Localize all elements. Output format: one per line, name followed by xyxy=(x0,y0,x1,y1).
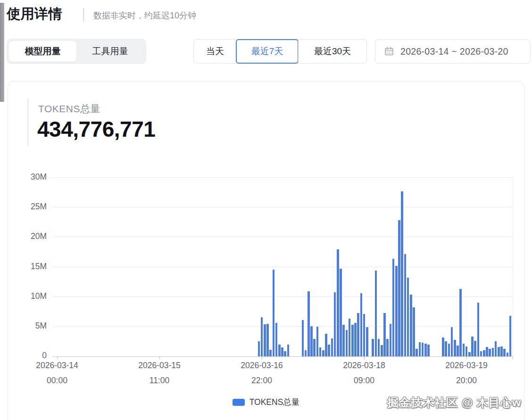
watermark-text: 掘金技术社区 @ 木目心w xyxy=(387,395,521,410)
data-delay-note: 数据非实时，约延迟10分钟 xyxy=(93,10,196,21)
date-range-value: 2026-03-14 ~ 2026-03-20 xyxy=(400,46,508,57)
legend-label: TOKENS总量 xyxy=(249,396,300,408)
usage-bar xyxy=(459,289,462,356)
x-tick-mark xyxy=(57,356,58,359)
usage-bar xyxy=(442,338,444,356)
tokens-total-label: TOKENS总量 xyxy=(38,102,100,115)
usage-bar xyxy=(264,324,266,356)
range-button-last-7-days-label: 最近7天 xyxy=(251,45,283,58)
page-title: 使用详情 xyxy=(7,5,62,24)
usage-bar xyxy=(466,346,468,356)
y-gridline xyxy=(52,177,513,178)
usage-bar xyxy=(354,323,357,356)
x-tick-mark xyxy=(364,356,365,359)
y-gridline xyxy=(52,267,513,267)
usage-bar xyxy=(419,342,421,356)
usage-bar xyxy=(310,326,313,356)
usage-bar xyxy=(471,337,474,356)
usage-bar xyxy=(360,293,363,356)
range-button-last-7-days[interactable]: 最近7天 xyxy=(236,40,298,63)
usage-bar xyxy=(495,341,497,356)
usage-bar xyxy=(258,341,260,356)
tab-tool-usage-label: 工具用量 xyxy=(92,45,128,58)
usage-bar xyxy=(273,270,275,356)
usage-bar xyxy=(316,327,319,356)
legend-item-tokens[interactable]: TOKENS总量 xyxy=(233,396,300,408)
usage-bar xyxy=(302,320,304,356)
usage-bar xyxy=(398,220,400,356)
usage-bar xyxy=(342,325,345,356)
usage-bar xyxy=(346,330,348,356)
usage-bar xyxy=(395,266,398,356)
usage-bar xyxy=(416,349,418,356)
range-button-last-30-days[interactable]: 最近30天 xyxy=(298,40,366,63)
x-tick-label: 2026-03-1920:00 xyxy=(426,361,507,386)
calendar-icon xyxy=(384,46,394,57)
x-tick-label: 2026-03-1809:00 xyxy=(324,361,404,386)
y-tick-label: 10M xyxy=(9,291,47,301)
usage-bar xyxy=(427,345,430,356)
usage-bar xyxy=(378,339,380,356)
usage-bar xyxy=(269,350,272,356)
usage-bar xyxy=(474,341,476,356)
usage-bar xyxy=(507,353,509,356)
usage-bar xyxy=(424,344,427,356)
x-tick-mark xyxy=(262,356,262,359)
usage-bar xyxy=(266,324,269,356)
usage-bar xyxy=(381,345,383,356)
usage-bar xyxy=(375,271,377,356)
usage-bar xyxy=(278,345,281,356)
usage-details-page: 使用详情 数据非实时，约延迟10分钟 模型用量 工具用量 当天 最近7天 最近3… xyxy=(0,0,532,420)
chart-plot[interactable]: 05M10M15M20M25M30M2026-03-1400:002026-03… xyxy=(52,178,513,356)
x-tick-mark xyxy=(159,356,160,359)
usage-bar xyxy=(284,351,286,356)
y-tick-label: 25M xyxy=(9,202,47,212)
usage-bar xyxy=(457,346,459,356)
usage-bar xyxy=(386,339,389,356)
usage-bar xyxy=(325,334,327,356)
usage-bar xyxy=(422,343,424,356)
legend-swatch xyxy=(233,399,245,406)
usage-bar xyxy=(404,254,407,356)
x-tick-label: 2026-03-1511:00 xyxy=(119,361,200,386)
usage-bar xyxy=(275,323,278,356)
usage-bar xyxy=(509,316,512,356)
x-tick-label: 2026-03-1622:00 xyxy=(222,361,302,386)
y-gridline xyxy=(52,326,513,327)
usage-bar xyxy=(451,327,453,356)
usage-bar xyxy=(281,347,283,356)
usage-bar xyxy=(463,344,465,356)
tab-model-usage[interactable]: 模型用量 xyxy=(9,41,76,62)
usage-bar xyxy=(480,351,482,356)
usage-bar xyxy=(448,344,450,356)
usage-bar xyxy=(334,292,336,356)
y-tick-label: 30M xyxy=(9,172,47,182)
usage-bar xyxy=(483,350,485,356)
y-gridline xyxy=(52,296,513,297)
usage-chart-card: TOKENS总量 434,776,771 05M10M15M20M25M30M2… xyxy=(8,81,524,420)
usage-bar xyxy=(413,307,415,356)
usage-bar xyxy=(392,259,395,356)
usage-bar xyxy=(498,347,500,356)
range-button-today[interactable]: 当天 xyxy=(194,40,236,63)
usage-bar xyxy=(351,325,354,356)
usage-bar xyxy=(445,341,447,356)
y-tick-label: 15M xyxy=(9,262,47,272)
usage-bar xyxy=(383,313,386,356)
y-tick-label: 0 xyxy=(9,351,47,361)
usage-bar xyxy=(366,327,368,356)
tab-tool-usage[interactable]: 工具用量 xyxy=(76,41,144,62)
usage-bar xyxy=(261,317,263,356)
usage-bar xyxy=(390,324,392,356)
usage-bar xyxy=(468,352,471,356)
range-button-last-30-days-label: 最近30天 xyxy=(314,45,351,58)
date-range-picker[interactable]: 2026-03-14 ~ 2026-03-20 xyxy=(375,39,531,64)
usage-bar xyxy=(287,345,290,356)
usage-type-tabs: 模型用量 工具用量 xyxy=(7,39,146,64)
usage-bar xyxy=(331,338,333,356)
left-edge-artifact xyxy=(0,3,4,102)
usage-bar xyxy=(407,278,409,356)
usage-bar xyxy=(337,249,339,356)
header-divider xyxy=(83,8,84,22)
range-button-today-label: 当天 xyxy=(206,45,224,58)
